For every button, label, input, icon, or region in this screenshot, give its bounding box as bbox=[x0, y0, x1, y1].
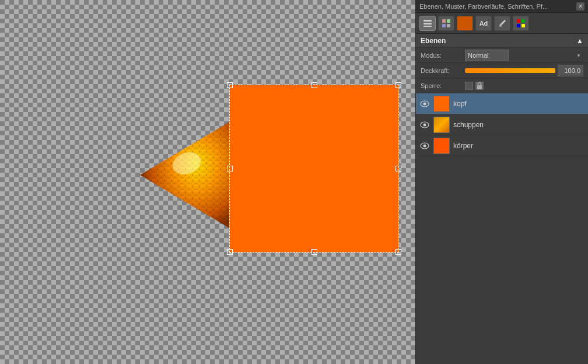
tab-layers[interactable] bbox=[419, 16, 436, 31]
tabs-row: Ad bbox=[416, 13, 588, 34]
layer-thumb-schuppen bbox=[433, 117, 450, 133]
opacity-value-area bbox=[465, 65, 583, 76]
handle-bm[interactable] bbox=[312, 249, 317, 255]
mode-select-wrapper[interactable]: Normal Auflösen Multiplizieren Bildschir… bbox=[465, 50, 583, 61]
panel-title: Ebenen, Muster, Farbverläufe, Schriften,… bbox=[419, 3, 548, 10]
svg-point-23 bbox=[424, 123, 426, 126]
svg-rect-8 bbox=[424, 23, 432, 24]
opacity-label: Deckkraft: bbox=[421, 67, 461, 74]
svg-rect-17 bbox=[517, 24, 520, 27]
svg-marker-5 bbox=[140, 120, 233, 230]
handle-tm[interactable] bbox=[312, 82, 317, 88]
mode-select[interactable]: Normal Auflösen Multiplizieren Bildschir… bbox=[465, 50, 509, 61]
opacity-row: Deckkraft: bbox=[416, 63, 588, 78]
handle-tl[interactable] bbox=[227, 82, 233, 88]
lock-icon bbox=[475, 82, 484, 90]
canvas-area[interactable] bbox=[0, 0, 415, 364]
svg-rect-9 bbox=[424, 26, 432, 27]
section-title: Ebenen ▲ bbox=[416, 34, 588, 48]
layer-eye-schuppen[interactable] bbox=[419, 120, 430, 130]
layer-eye-korper[interactable] bbox=[419, 141, 430, 151]
handle-bl[interactable] bbox=[227, 249, 233, 255]
handle-tr[interactable] bbox=[396, 82, 401, 88]
layer-eye-kopf[interactable] bbox=[419, 99, 430, 109]
orange-rectangle[interactable] bbox=[229, 85, 399, 253]
section-label: Ebenen bbox=[421, 37, 446, 45]
svg-rect-15 bbox=[517, 19, 520, 23]
layer-name-korper: körper bbox=[453, 142, 473, 150]
svg-rect-13 bbox=[447, 24, 450, 27]
handle-br[interactable] bbox=[396, 249, 401, 255]
svg-rect-18 bbox=[522, 24, 525, 27]
lock-label: Sperre: bbox=[421, 82, 461, 89]
panel-close-button[interactable]: ✕ bbox=[576, 2, 584, 10]
handle-mr[interactable] bbox=[396, 166, 401, 172]
svg-rect-11 bbox=[447, 19, 450, 23]
mode-value: Normal Auflösen Multiplizieren Bildschir… bbox=[465, 50, 583, 61]
tab-color[interactable] bbox=[457, 16, 473, 31]
mode-row: Modus: Normal Auflösen Multiplizieren Bi… bbox=[416, 48, 588, 63]
svg-rect-19 bbox=[477, 85, 482, 89]
layer-item-korper[interactable]: körper bbox=[416, 135, 588, 156]
tab-brush[interactable] bbox=[494, 16, 510, 31]
layer-list[interactable]: kopf schuppen körper bbox=[416, 93, 588, 364]
layer-item-kopf[interactable]: kopf bbox=[416, 93, 588, 114]
opacity-input[interactable] bbox=[558, 65, 583, 76]
tab-channels[interactable] bbox=[438, 16, 454, 31]
layer-name-kopf: kopf bbox=[453, 100, 467, 108]
mode-select-arrow: ▼ bbox=[576, 52, 581, 58]
handle-ml[interactable] bbox=[227, 166, 233, 172]
lock-checkbox-1[interactable] bbox=[465, 82, 473, 90]
layer-thumb-kopf bbox=[433, 96, 450, 112]
layer-thumb-korper bbox=[433, 138, 450, 154]
layer-item-schuppen[interactable]: schuppen bbox=[416, 114, 588, 135]
opacity-slider-fill bbox=[465, 68, 555, 73]
svg-rect-7 bbox=[424, 20, 432, 22]
lock-row: Sperre: bbox=[416, 78, 588, 93]
layer-name-schuppen: schuppen bbox=[453, 121, 484, 129]
svg-point-25 bbox=[424, 144, 426, 147]
tab-text[interactable]: Ad bbox=[475, 16, 492, 31]
tab-swatches[interactable] bbox=[513, 16, 529, 31]
lock-checkboxes bbox=[465, 82, 484, 90]
svg-rect-12 bbox=[442, 24, 446, 27]
panel-titlebar: Ebenen, Muster, Farbverläufe, Schriften,… bbox=[416, 0, 588, 13]
mode-label: Modus: bbox=[421, 52, 461, 59]
right-panel: Ebenen, Muster, Farbverläufe, Schriften,… bbox=[415, 0, 588, 364]
svg-rect-10 bbox=[442, 19, 446, 23]
svg-point-21 bbox=[424, 102, 426, 105]
svg-point-14 bbox=[499, 24, 502, 27]
opacity-slider[interactable] bbox=[465, 68, 555, 73]
svg-rect-16 bbox=[522, 19, 525, 23]
section-arrow: ▲ bbox=[576, 37, 583, 45]
